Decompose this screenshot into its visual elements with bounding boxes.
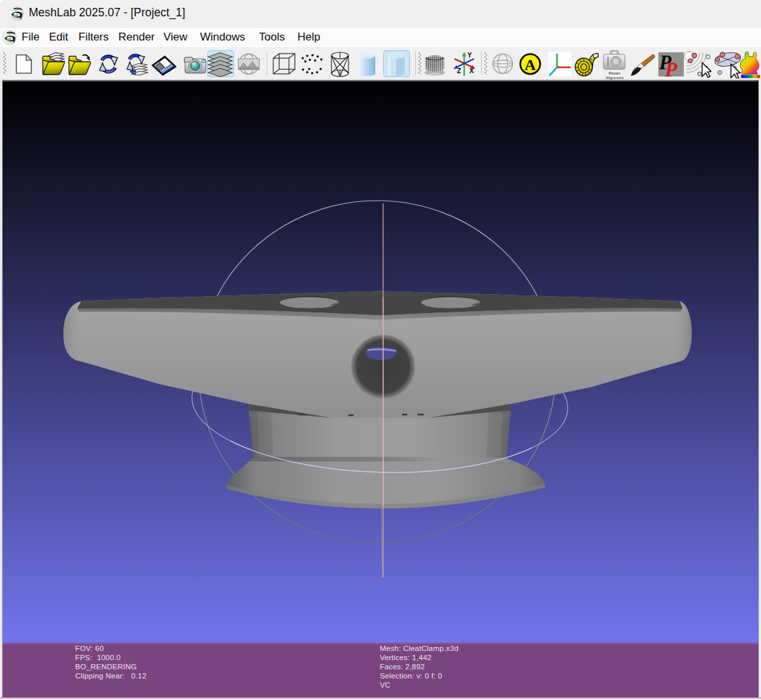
svg-text:A: A <box>524 56 536 73</box>
svg-text:Alignment: Alignment <box>605 75 624 80</box>
svg-text:Z: Z <box>457 67 461 75</box>
svg-text:Y: Y <box>467 52 472 59</box>
svg-text:X: X <box>469 67 474 75</box>
svg-text:P: P <box>664 58 678 76</box>
svg-text:Raster: Raster <box>609 71 620 75</box>
